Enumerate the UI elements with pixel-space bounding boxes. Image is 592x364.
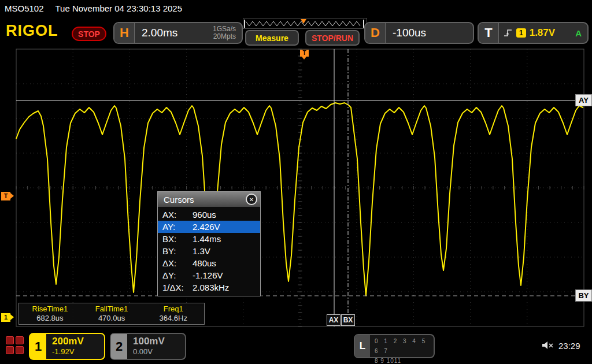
oscilloscope-screen: MSO5102 Tue November 04 23:30:13 2025 RI…: [0, 0, 592, 364]
measurement-item[interactable]: Freq1364.6Hz: [142, 304, 204, 323]
channel1-trace: [16, 103, 583, 296]
close-icon[interactable]: ✕: [246, 194, 257, 205]
cursor-ay-label[interactable]: AY: [575, 94, 592, 106]
channel2-number: 2: [111, 334, 127, 359]
cursor-row-value: 480us: [193, 258, 216, 268]
measurement-value: 470.0us: [81, 314, 143, 323]
measurement-panel: RiseTime1682.8usFallTime1470.0usFreq1364…: [18, 303, 205, 325]
cursors-dialog-title: Cursors: [164, 195, 194, 205]
trigger-position-marker[interactable]: T: [300, 50, 309, 57]
measurement-value: 682.8us: [19, 314, 81, 323]
cursor-row-δy[interactable]: ΔY:-1.126V: [158, 269, 260, 281]
cursors-dialog: Cursors ✕ AX:960usAY:2.426VBX:1.44msBY:1…: [157, 191, 261, 296]
cursor-row-value: 2.083kHz: [193, 283, 229, 292]
logic-analyzer-block[interactable]: L 0 1 2 3 4 5 6 7 8 9 1011 12131415: [354, 334, 435, 358]
cursor-row-by[interactable]: BY:1.3V: [158, 245, 260, 257]
cursor-row-ax[interactable]: AX:960us: [158, 209, 260, 221]
cursor-row-value: 960us: [193, 210, 216, 220]
menu-square: [6, 336, 14, 344]
channel2-offset: 0.00V: [133, 347, 185, 356]
cursor-row-δx[interactable]: ΔX:480us: [158, 257, 260, 269]
channel2-scale: 100mV: [133, 336, 185, 347]
la-channels-row2: 8 9 1011 12131415: [375, 356, 434, 364]
main-menu-icon[interactable]: [6, 336, 24, 355]
la-label: L: [355, 335, 370, 357]
cursor-row-label: AY:: [162, 222, 193, 232]
cursor-row-label: BX:: [162, 234, 193, 244]
cursor-row-value: 1.44ms: [193, 234, 221, 244]
cursor-row-value: 2.426V: [193, 222, 220, 232]
channel1-block[interactable]: 1 200mV -1.92V: [29, 333, 105, 360]
channel1-offset: -1.92V: [52, 347, 104, 356]
speaker-muted-icon[interactable]: [541, 340, 555, 353]
channel1-scale: 200mV: [52, 336, 104, 347]
cursor-ax-label[interactable]: AX: [327, 314, 341, 326]
la-channel-list: 0 1 2 3 4 5 6 7 8 9 1011 12131415: [370, 335, 434, 357]
cursor-row-value: 1.3V: [193, 246, 210, 256]
cursor-row-ay[interactable]: AY:2.426V: [158, 221, 260, 233]
menu-square: [16, 346, 24, 354]
measurement-name: Freq1: [142, 304, 204, 314]
cursors-dialog-titlebar[interactable]: Cursors ✕: [158, 192, 260, 207]
measurement-name: RiseTime1: [19, 304, 81, 314]
menu-square: [6, 346, 14, 354]
cursor-row-label: ΔY:: [162, 270, 193, 280]
channel2-block[interactable]: 2 100mV 0.00V: [110, 333, 186, 360]
menu-square: [16, 336, 24, 344]
clock: 23:29: [558, 341, 580, 351]
channel1-ground-marker[interactable]: 1: [1, 313, 10, 322]
measurement-item[interactable]: FallTime1470.0us: [81, 304, 143, 323]
trigger-level-marker[interactable]: T: [1, 192, 10, 200]
cursor-bx-label[interactable]: BX: [341, 314, 355, 326]
cursor-row-bx[interactable]: BX:1.44ms: [158, 233, 260, 245]
cursor-row-label: ΔX:: [162, 258, 193, 268]
channel1-values: 200mV -1.92V: [46, 334, 104, 359]
cursor-row-label: 1/ΔX:: [162, 283, 193, 292]
cursor-row-label: AX:: [162, 210, 193, 220]
cursor-row-label: BY:: [162, 246, 193, 256]
measurement-item[interactable]: RiseTime1682.8us: [19, 304, 81, 323]
cursor-row-value: -1.126V: [193, 270, 223, 280]
cursors-dialog-body: AX:960usAY:2.426VBX:1.44msBY:1.3VΔX:480u…: [158, 207, 260, 296]
cursor-by-label[interactable]: BY: [575, 289, 592, 302]
channel2-values: 100mV 0.00V: [127, 334, 185, 359]
cursor-row-1δx[interactable]: 1/ΔX:2.083kHz: [158, 281, 260, 294]
channel1-number: 1: [30, 334, 46, 359]
measurement-name: FallTime1: [81, 304, 143, 314]
la-channels-row1: 0 1 2 3 4 5 6 7: [375, 336, 434, 356]
measurement-value: 364.6Hz: [142, 314, 204, 323]
